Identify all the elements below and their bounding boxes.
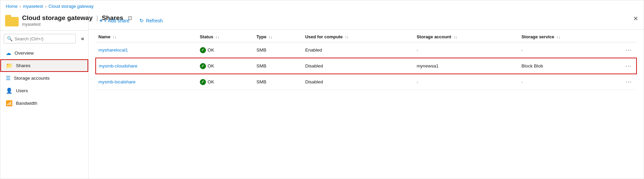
cell-actions[interactable]: ··· <box>620 58 637 74</box>
toolbar: + + Add share ↻ Refresh <box>89 11 644 29</box>
content-area: ✕ + + Add share ↻ Refresh <box>89 11 644 179</box>
cell-type: SMB <box>254 58 303 74</box>
sidebar-item-bandwidth[interactable]: 📶 Bandwidth <box>0 97 88 110</box>
close-button[interactable]: ✕ <box>633 15 638 22</box>
search-icon: 🔍 <box>7 36 13 41</box>
breadcrumb-sep-2: › <box>45 4 46 9</box>
user-icon: 👤 <box>6 87 13 94</box>
folder-body <box>5 17 19 26</box>
cell-storage-service: Block Blob <box>519 58 620 74</box>
check-circle-icon <box>200 79 206 85</box>
folder-nav-icon: 📁 <box>6 62 13 69</box>
col-storage-service[interactable]: Storage service ↑↓ <box>519 31 620 42</box>
cell-type: SMB <box>254 42 303 58</box>
cell-name[interactable]: mysmb-cloudshare <box>96 58 197 74</box>
breadcrumb-current: Cloud storage gateway <box>49 4 94 9</box>
main-layout: Cloud storage gateway | Shares ⊡ myasete… <box>0 11 644 179</box>
search-row: 🔍 « <box>0 31 88 47</box>
col-type-label: Type <box>257 34 266 39</box>
refresh-icon: ↻ <box>139 18 144 24</box>
status-ok: OK <box>200 63 251 69</box>
row-more-button[interactable]: ··· <box>623 62 633 70</box>
shares-table: Name ↑↓ Status ↑↓ Type ↑↓ <box>95 31 637 90</box>
check-circle-icon <box>200 47 206 53</box>
cell-compute: Disabled <box>302 58 414 74</box>
search-input[interactable] <box>15 36 73 41</box>
col-compute-label: Used for compute <box>305 34 343 39</box>
col-actions <box>620 31 637 42</box>
refresh-label: Refresh <box>146 18 163 23</box>
sidebar-item-users[interactable]: 👤 Users <box>0 84 88 97</box>
status-ok: OK <box>200 47 251 53</box>
col-status[interactable]: Status ↑↓ <box>197 31 254 42</box>
row-more-button[interactable]: ··· <box>624 46 634 54</box>
breadcrumb-sep-1: › <box>20 4 21 9</box>
sidebar-item-shares-label: Shares <box>16 63 31 68</box>
sidebar-item-users-label: Users <box>16 88 28 93</box>
add-share-label: + Add share <box>104 18 129 23</box>
table-container: Name ↑↓ Status ↑↓ Type ↑↓ <box>89 29 644 179</box>
refresh-button[interactable]: ↻ Refresh <box>135 16 167 26</box>
folder-icon-large <box>5 15 19 26</box>
cell-compute: Enabled <box>302 42 414 58</box>
cell-storage-service: - <box>519 42 620 58</box>
sidebar-item-storage-accounts[interactable]: ☰ Storage accounts <box>0 72 88 84</box>
col-storage-service-label: Storage service <box>522 34 554 39</box>
sidebar: Cloud storage gateway | Shares ⊡ myasete… <box>0 11 89 179</box>
page-title: Cloud storage gateway <box>22 14 93 22</box>
table-row[interactable]: mysharelocal1OKSMBEnabled--··· <box>96 42 637 58</box>
table-header-row: Name ↑↓ Status ↑↓ Type ↑↓ <box>96 31 637 42</box>
bandwidth-icon: 📶 <box>6 100 13 106</box>
collapse-sidebar-button[interactable]: « <box>79 35 86 42</box>
cell-name[interactable]: mysmb-localshare <box>96 74 197 90</box>
cell-storage-account: mynewsa1 <box>414 58 519 74</box>
sidebar-item-storage-accounts-label: Storage accounts <box>14 76 50 81</box>
status-text: OK <box>208 63 214 68</box>
col-type-sort-icon[interactable]: ↑↓ <box>269 35 272 39</box>
cell-status: OK <box>197 58 254 74</box>
col-name[interactable]: Name ↑↓ <box>96 31 197 42</box>
cell-name[interactable]: mysharelocal1 <box>96 42 197 58</box>
cell-actions[interactable]: ··· <box>620 42 637 58</box>
col-storage-account[interactable]: Storage account ↑↓ <box>414 31 519 42</box>
col-storage-account-sort-icon[interactable]: ↑↓ <box>453 35 457 39</box>
col-name-sort-icon[interactable]: ↑↓ <box>113 35 116 39</box>
cell-status: OK <box>197 74 254 90</box>
sidebar-item-overview-label: Overview <box>15 51 34 56</box>
cell-actions[interactable]: ··· <box>620 74 637 90</box>
table-row[interactable]: mysmb-localshareOKSMBDisabled--··· <box>96 74 637 90</box>
status-ok: OK <box>200 79 251 85</box>
cell-storage-service: - <box>519 74 620 90</box>
col-name-label: Name <box>98 34 110 39</box>
cell-type: SMB <box>254 74 303 90</box>
row-more-button[interactable]: ··· <box>624 78 634 86</box>
sidebar-header: Cloud storage gateway | Shares ⊡ myasete… <box>0 11 88 31</box>
table-body: mysharelocal1OKSMBEnabled--···mysmb-clou… <box>96 42 637 90</box>
add-share-button[interactable]: + + Add share <box>95 16 133 26</box>
cell-storage-account: - <box>414 74 519 90</box>
breadcrumb: Home › myasetest › Cloud storage gateway <box>0 0 644 11</box>
col-compute[interactable]: Used for compute ↑↓ <box>302 31 414 42</box>
breadcrumb-home[interactable]: Home <box>6 4 18 9</box>
search-box: 🔍 <box>4 34 76 43</box>
cell-compute: Disabled <box>302 74 414 90</box>
add-icon: + <box>99 18 102 24</box>
col-type[interactable]: Type ↑↓ <box>254 31 303 42</box>
col-storage-service-sort-icon[interactable]: ↑↓ <box>556 35 560 39</box>
col-status-label: Status <box>200 34 213 39</box>
status-text: OK <box>208 79 214 84</box>
col-storage-account-label: Storage account <box>417 34 451 39</box>
col-status-sort-icon[interactable]: ↑↓ <box>215 35 219 39</box>
cell-storage-account: - <box>414 42 519 58</box>
nav-items: ☁ Overview 📁 Shares ☰ Storage accounts 👤… <box>0 47 88 179</box>
sidebar-item-overview[interactable]: ☁ Overview <box>0 47 88 59</box>
breadcrumb-myasetest[interactable]: myasetest <box>23 4 43 9</box>
cloud-icon: ☁ <box>6 50 11 56</box>
status-text: OK <box>208 47 214 53</box>
azure-panel: Home › myasetest › Cloud storage gateway… <box>0 0 644 179</box>
sidebar-item-shares[interactable]: 📁 Shares <box>0 59 88 72</box>
table-row[interactable]: mysmb-cloudshareOKSMBDisabledmynewsa1Blo… <box>96 58 637 74</box>
col-compute-sort-icon[interactable]: ↑↓ <box>345 35 349 39</box>
check-circle-icon <box>200 63 206 69</box>
cell-status: OK <box>197 42 254 58</box>
